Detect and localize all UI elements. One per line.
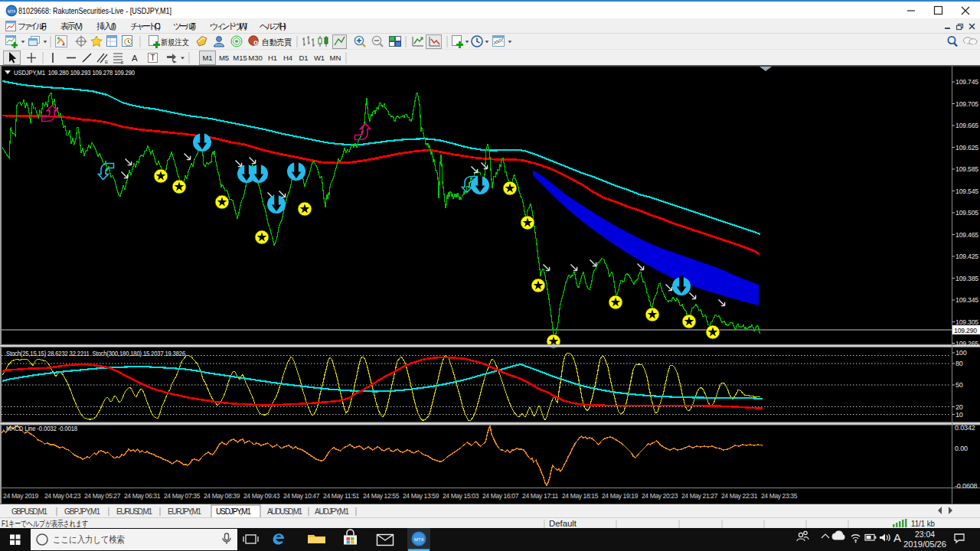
svg-text:109.545: 109.545 xyxy=(956,187,978,195)
svg-text:109.465: 109.465 xyxy=(956,231,978,239)
svg-text:Stoch(25,15,15) 28.6232 32.221: Stoch(25,15,15) 28.6232 32.2211 Stoch(30… xyxy=(6,350,185,357)
svg-text:USDJPY,M1 109.280 109.293 109: USDJPY,M1 109.280 109.293 109.278 109.29… xyxy=(14,69,135,77)
svg-text:EURUSD,M1: EURUSD,M1 xyxy=(116,507,152,516)
svg-text:109.265: 109.265 xyxy=(956,340,978,347)
svg-text:24 May 22:31: 24 May 22:31 xyxy=(721,492,758,500)
svg-text:20: 20 xyxy=(956,403,963,411)
svg-text:MN: MN xyxy=(330,54,341,62)
svg-text:ここに入力して検索: ここに入力して検索 xyxy=(53,534,125,545)
svg-text:AUDUSD,M1: AUDUSD,M1 xyxy=(267,507,302,516)
svg-text:GBPUSD,M1: GBPUSD,M1 xyxy=(11,507,47,516)
svg-text:T: T xyxy=(151,54,155,62)
svg-text:109.745: 109.745 xyxy=(956,78,978,86)
svg-text:M1: M1 xyxy=(202,54,212,62)
svg-text:EURJPY,M1: EURJPY,M1 xyxy=(168,507,201,516)
svg-text:109.385: 109.385 xyxy=(956,275,978,282)
svg-text:24 May 20:23: 24 May 20:23 xyxy=(642,492,678,500)
svg-text:11/1 kb: 11/1 kb xyxy=(911,520,935,528)
svg-text:M30: M30 xyxy=(248,54,262,62)
svg-text:50: 50 xyxy=(956,381,963,389)
svg-text:GBPJPY,M1: GBPJPY,M1 xyxy=(64,507,100,516)
svg-text:24 May 10:47: 24 May 10:47 xyxy=(283,492,320,500)
svg-text:ツール (T): ツール (T) xyxy=(173,21,196,31)
svg-text:MT4: MT4 xyxy=(414,537,424,542)
svg-text:Default: Default xyxy=(549,519,577,528)
svg-text:24 May 23:35: 24 May 23:35 xyxy=(761,492,798,500)
svg-text:MACD Line -0.0032 -0.0018: MACD Line -0.0032 -0.0018 xyxy=(6,425,77,432)
svg-text:チャート (C): チャート (C) xyxy=(130,21,161,31)
svg-text:109.290: 109.290 xyxy=(954,327,977,334)
svg-text:24 May 17:11: 24 May 17:11 xyxy=(522,492,559,500)
svg-text:M5: M5 xyxy=(219,54,229,62)
svg-text:109.505: 109.505 xyxy=(956,209,978,217)
svg-text:0.0342: 0.0342 xyxy=(955,424,975,432)
svg-text:24 May 04:23: 24 May 04:23 xyxy=(44,492,81,500)
svg-text:109.425: 109.425 xyxy=(956,253,978,260)
svg-text:H4: H4 xyxy=(283,54,292,62)
svg-text:109.665: 109.665 xyxy=(956,122,978,129)
svg-text:F: F xyxy=(121,60,124,65)
svg-text:A: A xyxy=(893,531,901,544)
svg-text:USDJPY,M1: USDJPY,M1 xyxy=(216,507,251,516)
svg-text:24 May 13:59: 24 May 13:59 xyxy=(403,492,439,500)
svg-text:F1キーでヘルプが表示されます: F1キーでヘルプが表示されます xyxy=(2,519,88,528)
svg-text:24 May 12:55: 24 May 12:55 xyxy=(363,492,400,500)
svg-text:24 May 2019: 24 May 2019 xyxy=(3,492,39,500)
svg-text:表示 (V): 表示 (V) xyxy=(60,21,83,31)
svg-text:W1: W1 xyxy=(314,54,325,62)
svg-text:109.625: 109.625 xyxy=(956,144,978,152)
svg-text:24 May 16:07: 24 May 16:07 xyxy=(482,492,519,500)
svg-text:24 May 19:19: 24 May 19:19 xyxy=(602,492,639,500)
svg-text:H1: H1 xyxy=(268,54,277,62)
svg-text:E: E xyxy=(105,60,108,64)
svg-text:ファイル (F): ファイル (F) xyxy=(18,21,47,31)
svg-text:自動売買: 自動売買 xyxy=(262,37,292,47)
svg-text:109.585: 109.585 xyxy=(956,165,978,173)
svg-text:24 May 11:51: 24 May 11:51 xyxy=(323,492,360,500)
svg-text:109.705: 109.705 xyxy=(956,100,978,108)
svg-text:24 May 09:43: 24 May 09:43 xyxy=(243,492,280,500)
svg-text:24 May 08:39: 24 May 08:39 xyxy=(204,492,240,500)
svg-text:AUDJPY,M1: AUDJPY,M1 xyxy=(315,507,349,516)
svg-text:81029668: RakutenSecurities-Li: 81029668: RakutenSecurities-Live - [USDJ… xyxy=(18,6,172,15)
svg-text:80: 80 xyxy=(956,360,963,367)
svg-text:A: A xyxy=(132,54,138,63)
svg-text:109.345: 109.345 xyxy=(956,296,978,304)
svg-text:24 May 07:35: 24 May 07:35 xyxy=(164,492,201,500)
svg-text:ウィンドウ (W): ウィンドウ (W) xyxy=(210,21,247,31)
svg-text:100: 100 xyxy=(956,349,967,357)
svg-text:10: 10 xyxy=(956,411,963,419)
svg-text:挿入(I): 挿入(I) xyxy=(96,21,116,31)
svg-text:24 May 21:27: 24 May 21:27 xyxy=(681,492,718,500)
svg-text:D1: D1 xyxy=(299,54,308,62)
svg-text:24 May 18:15: 24 May 18:15 xyxy=(562,492,599,500)
svg-text:0.00: 0.00 xyxy=(955,445,968,452)
svg-text:ヘルプ (H): ヘルプ (H) xyxy=(260,21,286,31)
svg-text:24 May 06:31: 24 May 06:31 xyxy=(124,492,161,500)
svg-text:24 May 05:27: 24 May 05:27 xyxy=(84,492,121,500)
svg-text:2019/05/26: 2019/05/26 xyxy=(903,540,946,549)
svg-text:新規注文: 新規注文 xyxy=(161,37,189,47)
svg-text:23:04: 23:04 xyxy=(915,530,935,539)
svg-text:24 May 15:03: 24 May 15:03 xyxy=(443,492,479,500)
svg-text:109.305: 109.305 xyxy=(956,318,978,326)
svg-text:-0.0608: -0.0608 xyxy=(955,482,978,490)
svg-text:M15: M15 xyxy=(233,54,247,62)
